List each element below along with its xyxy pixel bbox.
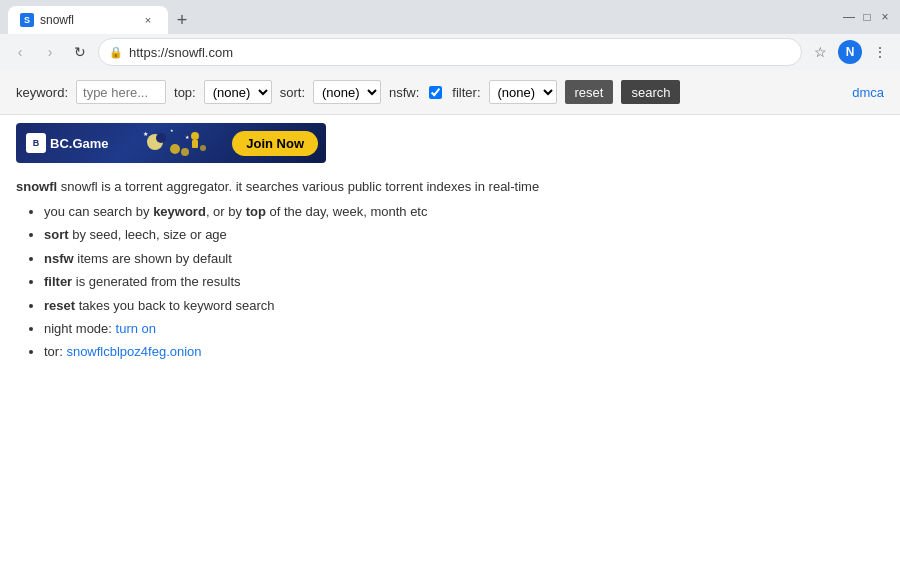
list-item: night mode: turn on	[44, 317, 884, 340]
tab-bar: S snowfl × +	[8, 0, 838, 34]
night-mode-link[interactable]: turn on	[116, 321, 156, 336]
bc-logo: B	[26, 133, 46, 153]
filter-label: filter:	[452, 85, 480, 100]
ad-brand-name: BC.Game	[50, 136, 109, 151]
svg-rect-6	[192, 140, 198, 148]
svg-point-7	[170, 144, 180, 154]
keyword-label: keyword:	[16, 85, 68, 100]
bold-top: top	[246, 204, 266, 219]
active-tab[interactable]: S snowfl ×	[8, 6, 168, 34]
list-item: nsfw items are shown by default	[44, 247, 884, 270]
new-tab-button[interactable]: +	[168, 6, 196, 34]
list-item: tor: snowflcblpoz4feg.onion	[44, 340, 884, 363]
sort-select[interactable]: (none) seed leech size age	[313, 80, 381, 104]
back-button[interactable]: ‹	[8, 40, 32, 64]
svg-text:★: ★	[143, 131, 148, 137]
ad-banner[interactable]: B BC.Game ★ ★ ★	[16, 123, 326, 163]
sort-label: sort:	[280, 85, 305, 100]
nsfw-label: nsfw:	[389, 85, 419, 100]
svg-point-9	[200, 145, 206, 151]
reset-button[interactable]: reset	[565, 80, 614, 104]
bold-sort: sort	[44, 227, 69, 242]
refresh-button[interactable]: ↻	[68, 40, 92, 64]
more-options-button[interactable]: ⋮	[868, 40, 892, 64]
tor-link[interactable]: snowflcblpoz4feg.onion	[66, 344, 201, 359]
title-bar: S snowfl × + — □ ×	[0, 0, 900, 34]
bold-nsfw: nsfw	[44, 251, 74, 266]
svg-point-8	[181, 148, 189, 156]
list-item: you can search by keyword, or by top of …	[44, 200, 884, 223]
svg-text:★: ★	[170, 128, 174, 133]
tab-title: snowfl	[40, 13, 134, 27]
close-window-button[interactable]: ×	[878, 10, 892, 24]
ad-art: ★ ★ ★	[119, 123, 233, 163]
ad-logo-section: B BC.Game	[16, 133, 119, 153]
page-content: keyword: top: (none) day week month sort…	[0, 70, 900, 564]
search-toolbar: keyword: top: (none) day week month sort…	[0, 70, 900, 115]
list-item: filter is generated from the results	[44, 270, 884, 293]
svg-text:★: ★	[185, 134, 190, 140]
info-section: snowfl snowfl is a torrent aggregator. i…	[0, 171, 900, 372]
site-name: snowfl	[16, 179, 57, 194]
ad-art-svg: ★ ★ ★	[135, 124, 215, 162]
top-select[interactable]: (none) day week month	[204, 80, 272, 104]
address-bar: ‹ › ↻ 🔒 https://snowfl.com ☆ N ⋮	[0, 34, 900, 70]
top-label: top:	[174, 85, 196, 100]
dmca-link[interactable]: dmca	[852, 85, 884, 100]
svg-point-1	[156, 133, 166, 143]
list-item: sort by seed, leech, size or age	[44, 223, 884, 246]
browser-window: S snowfl × + — □ × ‹ › ↻ 🔒 https://snowf…	[0, 0, 900, 564]
info-list: you can search by keyword, or by top of …	[16, 200, 884, 364]
bold-reset: reset	[44, 298, 75, 313]
search-button[interactable]: search	[621, 80, 680, 104]
filter-select[interactable]: (none)	[489, 80, 557, 104]
tab-close-button[interactable]: ×	[140, 12, 156, 28]
maximize-button[interactable]: □	[860, 10, 874, 24]
window-controls: — □ ×	[842, 10, 892, 24]
info-intro: snowfl snowfl is a torrent aggregator. i…	[16, 179, 884, 194]
lock-icon: 🔒	[109, 46, 123, 59]
profile-button[interactable]: N	[838, 40, 862, 64]
keyword-input[interactable]	[76, 80, 166, 104]
ad-join-now-button[interactable]: Join Now	[232, 131, 318, 156]
bold-keyword: keyword	[153, 204, 206, 219]
minimize-button[interactable]: —	[842, 10, 856, 24]
url-text: https://snowfl.com	[129, 45, 791, 60]
svg-point-5	[191, 132, 199, 140]
forward-button[interactable]: ›	[38, 40, 62, 64]
address-input[interactable]: 🔒 https://snowfl.com	[98, 38, 802, 66]
bold-filter: filter	[44, 274, 72, 289]
list-item: reset takes you back to keyword search	[44, 294, 884, 317]
bookmark-icon[interactable]: ☆	[808, 40, 832, 64]
nsfw-checkbox[interactable]	[429, 86, 442, 99]
tab-favicon: S	[20, 13, 34, 27]
